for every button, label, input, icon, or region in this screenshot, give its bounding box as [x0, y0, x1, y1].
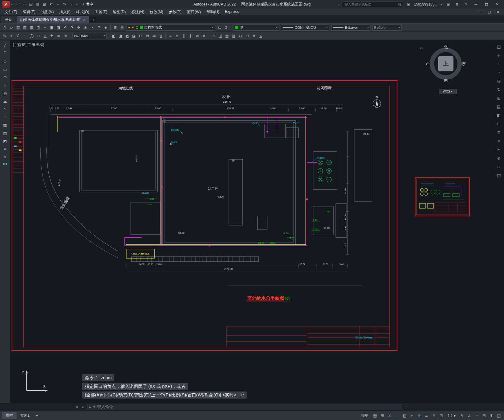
- plot-preview-icon[interactable]: ◫: [35, 25, 42, 31]
- circle-icon[interactable]: ○: [2, 82, 9, 89]
- workspace-switching-toggle[interactable]: ◔: [473, 412, 480, 419]
- render-icon[interactable]: ⊙: [495, 164, 502, 170]
- model-tab[interactable]: 模型: [2, 412, 17, 419]
- text-style-dropdown[interactable]: NORMAL ▾: [72, 33, 107, 39]
- windows-icon[interactable]: ◫: [495, 172, 502, 178]
- dim-diameter-icon[interactable]: ⊠: [144, 33, 151, 39]
- steering-wheel-icon[interactable]: ◎: [495, 78, 502, 84]
- menu-item[interactable]: 视图(V): [38, 9, 57, 15]
- layer-merge-icon[interactable]: ≡: [167, 33, 174, 39]
- doc-close-button[interactable]: ✕: [494, 9, 502, 15]
- lineweight-display-toggle[interactable]: ▭: [423, 412, 430, 419]
- maximize-button[interactable]: ◻: [482, 1, 491, 8]
- point-tool-icon[interactable]: ⟂: [21, 33, 28, 39]
- menu-item[interactable]: 插入(I): [56, 9, 73, 15]
- detail-sheet-thumbnail[interactable]: [415, 178, 469, 216]
- copy-clip-icon[interactable]: ▣: [48, 25, 55, 31]
- close-button[interactable]: ✕: [493, 1, 502, 8]
- create-block-icon[interactable]: ∠: [15, 33, 21, 39]
- layer-isolate-icon[interactable]: ⊘: [223, 25, 229, 31]
- model-space-button[interactable]: 模型: [359, 413, 371, 418]
- undo-icon[interactable]: ↶: [62, 25, 69, 31]
- search-input[interactable]: [344, 2, 396, 6]
- orbit-icon[interactable]: ◔: [89, 25, 96, 31]
- viewport-controls-label[interactable]: [-][俯视][二维线框]: [13, 42, 44, 47]
- hatch-icon[interactable]: ▦: [2, 122, 9, 128]
- rectangle-tool-icon[interactable]: □: [35, 33, 42, 39]
- autocad-logo-icon[interactable]: A: [2, 1, 10, 8]
- full-navigation-wheel-icon[interactable]: ◱: [495, 44, 502, 50]
- line-icon[interactable]: ╱: [2, 42, 9, 49]
- polygon-icon[interactable]: ◇: [2, 58, 9, 65]
- menu-item[interactable]: 参数(P): [166, 9, 184, 15]
- scale-tool-icon[interactable]: ◻: [237, 33, 244, 39]
- extend-tool-icon[interactable]: ⊕: [194, 33, 201, 39]
- clean-screen-toggle[interactable]: ◫: [495, 412, 502, 419]
- zoom-icon[interactable]: ±: [495, 61, 502, 67]
- polygon-tool-icon[interactable]: △: [42, 33, 48, 39]
- menu-item[interactable]: 工具(T): [92, 9, 110, 15]
- viewcube-south-label[interactable]: 南: [444, 78, 448, 83]
- menu-item[interactable]: 标注(N): [129, 9, 147, 15]
- move-tool-icon[interactable]: ✚: [48, 33, 55, 39]
- arc-icon[interactable]: ⌒: [2, 50, 9, 57]
- app-store-icon[interactable]: ⊟: [445, 1, 452, 7]
- text-left-icon[interactable]: ◧: [110, 33, 117, 39]
- add-layout-button[interactable]: +: [33, 413, 40, 419]
- search-scope-caret-icon[interactable]: ›: [338, 3, 339, 6]
- viewcube[interactable]: ⌂ 北 南 西 东 上: [427, 45, 464, 82]
- lineweight-dropdown-caret-icon[interactable]: ▾: [367, 26, 369, 29]
- materials-icon[interactable]: ⊡: [495, 121, 502, 127]
- undo-icon[interactable]: ↶: [48, 1, 55, 7]
- linetype-dropdown-caret-icon[interactable]: ▾: [326, 26, 328, 29]
- arc-3point-icon[interactable]: ◠: [2, 74, 9, 81]
- viewcube-east-label[interactable]: 东: [462, 61, 466, 66]
- point-style-icon[interactable]: [3, 163, 7, 165]
- snap-mode-toggle[interactable]: ⊞: [379, 412, 386, 419]
- layer-states-icon[interactable]: ◎: [119, 25, 125, 31]
- circle-tool-icon[interactable]: ◯: [28, 33, 35, 39]
- new-icon[interactable]: ▯: [1, 25, 8, 31]
- text-style-caret-icon[interactable]: ▾: [104, 34, 105, 37]
- pan-icon[interactable]: ✛: [75, 25, 82, 31]
- app-menu-caret-icon[interactable]: ▾: [11, 3, 13, 6]
- isometric-drafting-toggle[interactable]: ◧: [401, 412, 408, 419]
- lineweight-dropdown[interactable]: ByLayer ▾: [331, 25, 370, 31]
- save-as-icon[interactable]: ▥: [21, 25, 28, 31]
- fillet-tool-icon[interactable]: ⊗: [201, 33, 207, 39]
- command-scroll-up-icon[interactable]: ⌃: [405, 405, 408, 409]
- redo-list-icon[interactable]: ▿: [68, 1, 75, 7]
- grid-icon[interactable]: #: [495, 138, 502, 144]
- object-snap-tracking-toggle[interactable]: ⊕: [416, 412, 423, 419]
- plotstyle-dropdown-caret-icon[interactable]: ▾: [399, 26, 400, 29]
- plot-icon[interactable]: ▦: [41, 1, 48, 7]
- save-file-icon[interactable]: ▤: [28, 1, 34, 7]
- dim-radius-icon[interactable]: ⊟: [137, 33, 144, 39]
- viewport-controls-icon[interactable]: ⊞: [495, 95, 502, 101]
- multileader-icon[interactable]: ▯: [157, 33, 164, 39]
- doc-restore-button[interactable]: ◻: [485, 9, 494, 15]
- hatch-tool-icon[interactable]: ≋: [55, 33, 62, 39]
- annotation-scale-button[interactable]: 1:1 ▾: [445, 414, 458, 418]
- qat-more-caret-icon[interactable]: ▾: [76, 3, 78, 6]
- color-dropdown-caret-icon[interactable]: ▾: [276, 26, 277, 29]
- zoom-realtime-icon[interactable]: ±: [82, 25, 89, 31]
- open-icon[interactable]: ▱: [8, 25, 15, 31]
- menu-item[interactable]: 绘图(D): [110, 9, 128, 15]
- tab-close-icon[interactable]: ✕: [83, 18, 85, 21]
- text-right-icon[interactable]: ◨: [117, 33, 124, 39]
- grid-display-toggle[interactable]: ▦: [372, 412, 378, 419]
- new-file-icon[interactable]: ▯: [14, 1, 21, 7]
- layer-dropdown-caret-icon[interactable]: ▾: [212, 26, 213, 29]
- annotation-visibility-toggle[interactable]: ✎: [459, 412, 465, 419]
- viewports-icon[interactable]: ◫: [217, 33, 224, 39]
- properties-icon[interactable]: ◈: [102, 25, 109, 31]
- help-icon[interactable]: ?: [96, 25, 102, 31]
- paste-clip-icon[interactable]: ◨: [55, 25, 62, 31]
- tab-drawing-active[interactable]: 丙类液体储罐防火冷却水系统施工图* ✕: [17, 16, 89, 23]
- donut-icon[interactable]: ◎: [2, 90, 9, 96]
- redo-icon[interactable]: ↷: [69, 25, 75, 31]
- account-id[interactable]: 1505999135...: [414, 2, 438, 6]
- orbit-icon[interactable]: ◔: [495, 69, 502, 75]
- transparency-toggle[interactable]: #: [430, 412, 437, 419]
